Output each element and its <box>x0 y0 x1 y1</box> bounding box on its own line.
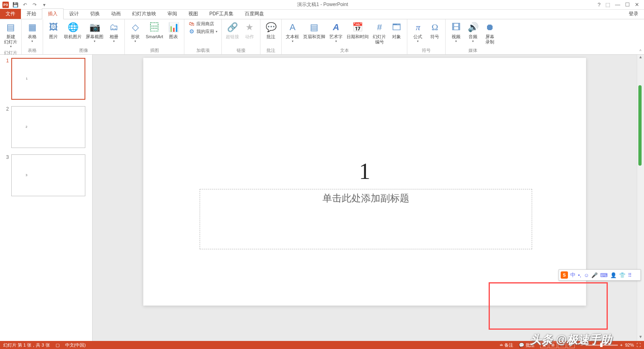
tab-animations[interactable]: 动画 <box>105 9 126 19</box>
wordart-icon: A <box>330 21 343 34</box>
comment-button[interactable]: 💬 批注 <box>263 20 279 40</box>
tab-home[interactable]: 开始 <box>21 9 42 19</box>
screenshot-icon: 📷 <box>88 21 101 34</box>
minimize-button[interactable]: — <box>615 2 620 8</box>
ime-user-button[interactable]: 👤 <box>610 272 617 278</box>
slide-number-button[interactable]: # 幻灯片 编号 <box>371 20 388 45</box>
thumbnail-3[interactable]: 3 3 <box>4 154 88 196</box>
tab-design[interactable]: 设计 <box>64 9 85 19</box>
title-bar: P3 💾 ↶ ↷ ▾ 演示文稿1 - PowerPoint ? ⬚ — ☐ ✕ <box>0 0 644 10</box>
chart-button[interactable]: 📊 图表 <box>165 20 182 40</box>
store-button[interactable]: 🛍 应用商店 <box>187 20 219 27</box>
slide-number-label: 幻灯片 编号 <box>373 34 386 45</box>
tab-view[interactable]: 视图 <box>183 9 204 19</box>
tab-slideshow[interactable]: 幻灯片放映 <box>126 9 162 19</box>
symbol-icon: Ω <box>428 21 441 34</box>
comments-label: 批注 <box>526 342 535 348</box>
tab-baidu[interactable]: 百度网盘 <box>239 9 270 19</box>
picture-button[interactable]: 🖼 图片 <box>45 20 62 40</box>
collapse-ribbon-button[interactable]: ^ <box>637 19 644 54</box>
thumb-number: 3 <box>4 154 9 196</box>
zoom-in-button[interactable]: + <box>620 343 623 347</box>
reading-view-button[interactable]: ▭ <box>558 342 566 348</box>
ime-punct-toggle[interactable]: •, <box>578 272 581 278</box>
thumbnail-1[interactable]: 1 1 <box>4 58 88 100</box>
workspace: 1 1 2 2 3 3 1 单击此处添加副标题 ▲ ▼ S 中 •, ☺ 🎤 ⌨… <box>0 55 644 341</box>
undo-button[interactable]: ↶ <box>22 2 28 8</box>
myapps-button[interactable]: ⚙ 我的应用 ▾ <box>187 28 219 35</box>
slide-title[interactable]: 1 <box>359 158 370 184</box>
tab-file[interactable]: 文件 <box>0 9 21 19</box>
zoom-out-button[interactable]: − <box>580 343 583 347</box>
comments-button[interactable]: 💬 批注 <box>519 342 535 348</box>
wordart-button[interactable]: A 艺术字 ▾ <box>328 20 344 44</box>
sign-in-button[interactable]: 登录 <box>623 9 644 19</box>
ime-toolbar[interactable]: S 中 •, ☺ 🎤 ⌨ 👤 👕 ⠿ <box>559 269 641 281</box>
scroll-handle[interactable] <box>638 85 642 166</box>
ime-voice-button[interactable]: 🎤 <box>591 272 598 278</box>
spellcheck-button[interactable]: ▢ <box>56 343 60 348</box>
scroll-up-button[interactable]: ▲ <box>637 55 644 61</box>
ime-menu-button[interactable]: ⠿ <box>628 272 632 278</box>
tab-transitions[interactable]: 切换 <box>85 9 105 19</box>
table-button[interactable]: ▦ 表格 ▾ <box>24 20 40 44</box>
datetime-button[interactable]: 📅 日期和时间 <box>345 20 370 40</box>
scroll-track[interactable] <box>637 61 644 335</box>
fit-to-window-button[interactable]: ⛶ <box>636 343 641 347</box>
ime-skin-button[interactable]: 👕 <box>619 272 625 278</box>
maximize-button[interactable]: ☐ <box>625 2 630 8</box>
thumb-preview[interactable]: 1 <box>11 58 85 100</box>
close-button[interactable]: ✕ <box>635 2 639 8</box>
group-label-addins: 加载项 <box>196 47 210 54</box>
normal-view-button[interactable]: ▣ <box>540 342 548 348</box>
vertical-scrollbar[interactable]: ▲ ▼ <box>637 55 644 341</box>
group-label-tables: 表格 <box>28 47 37 54</box>
equation-button[interactable]: π 公式 ▾ <box>410 20 426 44</box>
slideshow-view-button[interactable]: ▶ <box>567 342 575 348</box>
language-indicator[interactable]: 中文(中国) <box>65 342 86 348</box>
tab-insert[interactable]: 插入 <box>42 8 64 19</box>
group-illustrations: ◇ 形状 ▾ ⿳ SmartArt 📊 图表 插图 <box>125 19 184 54</box>
zoom-slider[interactable] <box>586 345 618 346</box>
slide-canvas-area: 1 单击此处添加副标题 <box>93 55 637 341</box>
dropdown-caret-icon: ▾ <box>455 39 457 43</box>
save-button[interactable]: 💾 <box>12 2 19 8</box>
group-label-text: 文本 <box>340 47 349 54</box>
thumb-preview[interactable]: 3 <box>11 154 85 196</box>
zoom-percent[interactable]: 92% <box>625 343 634 347</box>
ribbon-display-options[interactable]: ⬚ <box>605 2 610 8</box>
ime-lang-toggle[interactable]: 中 <box>570 271 576 279</box>
tab-review[interactable]: 审阅 <box>162 9 183 19</box>
smartart-button[interactable]: ⿳ SmartArt <box>144 20 165 40</box>
group-slides: ▤ 新建 幻灯片 ▾ 幻灯片 <box>0 19 22 54</box>
start-from-beginning-button[interactable]: ▾ <box>41 2 47 8</box>
ime-keyboard-button[interactable]: ⌨ <box>600 272 608 278</box>
textbox-button[interactable]: A 文本框 ▾ <box>284 20 301 44</box>
redo-button[interactable]: ↷ <box>31 2 38 8</box>
dropdown-caret-icon: ▾ <box>417 39 419 43</box>
slide-sorter-button[interactable]: ⊞ <box>549 342 557 348</box>
thumbnail-2[interactable]: 2 2 <box>4 106 88 148</box>
scroll-down-button[interactable]: ▼ <box>637 335 644 341</box>
object-button[interactable]: 🗔 对象 <box>388 20 405 40</box>
header-footer-button[interactable]: ▤ 页眉和页脚 <box>301 20 327 40</box>
slide-subtitle-placeholder[interactable]: 单击此处添加副标题 <box>200 189 532 249</box>
notes-button[interactable]: ≐ 备注 <box>500 342 513 348</box>
new-slide-button[interactable]: ▤ 新建 幻灯片 ▾ <box>2 20 19 49</box>
textbox-label: 文本框 <box>286 34 299 39</box>
help-button[interactable]: ? <box>598 2 601 8</box>
online-picture-button[interactable]: 🌐 联机图片 <box>62 20 83 40</box>
album-button[interactable]: 🗂 相册 ▾ <box>106 20 122 44</box>
shapes-button[interactable]: ◇ 形状 ▾ <box>127 20 143 44</box>
screenshot-button[interactable]: 📷 屏幕截图 ▾ <box>84 20 105 44</box>
ime-emoji-button[interactable]: ☺ <box>584 272 589 278</box>
video-button[interactable]: 🎞 视频 ▾ <box>448 20 464 44</box>
zoom-slider-knob[interactable] <box>600 343 603 347</box>
symbol-button[interactable]: Ω 符号 <box>427 20 443 40</box>
tab-pdftools[interactable]: PDF工具集 <box>204 9 239 19</box>
thumb-preview[interactable]: 2 <box>11 106 85 148</box>
screen-recording-button[interactable]: ⏺ 屏幕 录制 <box>482 20 498 45</box>
audio-button[interactable]: 🔊 音频 ▾ <box>465 20 481 44</box>
group-addins: 🛍 应用商店 ⚙ 我的应用 ▾ 加载项 <box>184 19 222 54</box>
slide-canvas[interactable]: 1 单击此处添加副标题 <box>143 58 586 306</box>
